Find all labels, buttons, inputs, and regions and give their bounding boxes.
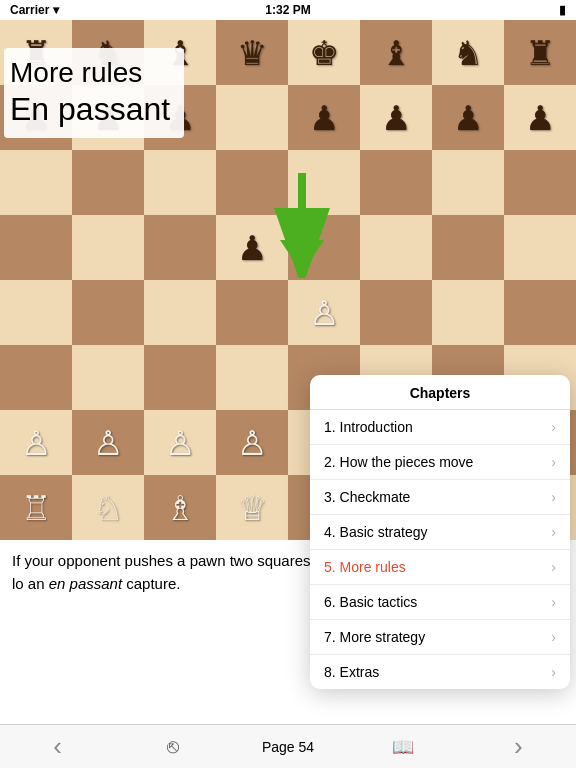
cell-2-0: [0, 150, 72, 215]
cell-4-1: [72, 280, 144, 345]
chapter-chevron-1: ›: [551, 419, 556, 435]
piece-0-6: ♞: [453, 33, 483, 73]
piece-4-4: ♙: [309, 293, 339, 333]
chapter-item-4[interactable]: 4. Basic strategy›: [310, 515, 570, 550]
status-right: ▮: [559, 3, 566, 17]
chapters-popup: Chapters 1. Introduction›2. How the piec…: [310, 375, 570, 689]
piece-7-2: ♗: [165, 488, 195, 528]
piece-0-4: ♚: [309, 33, 339, 73]
chapter-label-5: 5. More rules: [324, 559, 406, 575]
chapter-label-7: 7. More strategy: [324, 629, 425, 645]
cell-0-3: ♛: [216, 20, 288, 85]
bottom-nav: ‹ ⎋ Page 54 📖 ›: [0, 724, 576, 768]
cell-1-7: ♟: [504, 85, 576, 150]
cell-5-3: [216, 345, 288, 410]
prev-icon: ‹: [53, 731, 62, 762]
prev-button[interactable]: ‹: [0, 725, 115, 768]
cell-3-1: [72, 215, 144, 280]
cell-7-3: ♕: [216, 475, 288, 540]
cell-7-0: ♖: [0, 475, 72, 540]
chapter-chevron-4: ›: [551, 524, 556, 540]
next-button[interactable]: ›: [461, 725, 576, 768]
carrier-label: Carrier: [10, 3, 49, 17]
cell-6-0: ♙: [0, 410, 72, 475]
cell-2-7: [504, 150, 576, 215]
cell-6-2: ♙: [144, 410, 216, 475]
cell-5-1: [72, 345, 144, 410]
bookmark-icon: ⎋: [167, 735, 179, 758]
cell-6-3: ♙: [216, 410, 288, 475]
piece-0-5: ♝: [381, 33, 411, 73]
piece-0-3: ♛: [237, 33, 267, 73]
piece-6-0: ♙: [21, 423, 51, 463]
chapter-label-6: 6. Basic tactics: [324, 594, 417, 610]
next-icon: ›: [514, 731, 523, 762]
chapter-chevron-3: ›: [551, 489, 556, 505]
cell-0-4: ♚: [288, 20, 360, 85]
chapter-item-6[interactable]: 6. Basic tactics›: [310, 585, 570, 620]
toc-icon: 📖: [392, 736, 414, 758]
battery-icon: ▮: [559, 3, 566, 17]
chapter-chevron-8: ›: [551, 664, 556, 680]
overlay-subtitle: En passant: [10, 90, 170, 128]
cell-7-2: ♗: [144, 475, 216, 540]
chapter-chevron-5: ›: [551, 559, 556, 575]
cell-3-7: [504, 215, 576, 280]
cell-3-2: [144, 215, 216, 280]
toc-button[interactable]: 📖: [346, 725, 461, 768]
chapter-label-4: 4. Basic strategy: [324, 524, 428, 540]
chapter-chevron-2: ›: [551, 454, 556, 470]
piece-1-6: ♟: [453, 98, 483, 138]
chapter-item-8[interactable]: 8. Extras›: [310, 655, 570, 689]
cell-1-3: [216, 85, 288, 150]
chapter-item-1[interactable]: 1. Introduction›: [310, 410, 570, 445]
cell-2-2: [144, 150, 216, 215]
chapter-label-2: 2. How the pieces move: [324, 454, 473, 470]
cell-4-7: [504, 280, 576, 345]
wifi-icon: ▾: [53, 3, 59, 17]
page-label: Page 54: [230, 739, 345, 755]
chapter-label-1: 1. Introduction: [324, 419, 413, 435]
cell-4-0: [0, 280, 72, 345]
cell-0-7: ♜: [504, 20, 576, 85]
cell-4-3: [216, 280, 288, 345]
status-bar: Carrier ▾ 1:32 PM ▮: [0, 0, 576, 20]
cell-3-0: [0, 215, 72, 280]
piece-7-0: ♖: [21, 488, 51, 528]
piece-3-3: ♟: [237, 228, 267, 268]
status-time: 1:32 PM: [265, 3, 310, 17]
cell-1-5: ♟: [360, 85, 432, 150]
cell-4-4: ♙: [288, 280, 360, 345]
cell-1-4: ♟: [288, 85, 360, 150]
status-left: Carrier ▾: [10, 3, 59, 17]
chapter-item-2[interactable]: 2. How the pieces move›: [310, 445, 570, 480]
svg-marker-2: [280, 240, 324, 273]
chapter-item-3[interactable]: 3. Checkmate›: [310, 480, 570, 515]
piece-7-3: ♕: [237, 488, 267, 528]
green-arrow: [272, 168, 332, 278]
chapter-chevron-6: ›: [551, 594, 556, 610]
cell-5-0: [0, 345, 72, 410]
piece-0-7: ♜: [525, 33, 555, 73]
piece-6-1: ♙: [93, 423, 123, 463]
chapter-item-7[interactable]: 7. More strategy›: [310, 620, 570, 655]
piece-6-3: ♙: [237, 423, 267, 463]
bookmark-button[interactable]: ⎋: [115, 725, 230, 768]
cell-2-1: [72, 150, 144, 215]
cell-2-5: [360, 150, 432, 215]
cell-4-2: [144, 280, 216, 345]
chapter-chevron-7: ›: [551, 629, 556, 645]
chapters-header: Chapters: [310, 375, 570, 410]
chapter-item-5[interactable]: 5. More rules›: [310, 550, 570, 585]
chapter-label-3: 3. Checkmate: [324, 489, 410, 505]
piece-6-2: ♙: [165, 423, 195, 463]
piece-1-5: ♟: [381, 98, 411, 138]
cell-4-5: [360, 280, 432, 345]
cell-5-2: [144, 345, 216, 410]
cell-3-5: [360, 215, 432, 280]
chapters-list: 1. Introduction›2. How the pieces move›3…: [310, 410, 570, 689]
chapter-label-8: 8. Extras: [324, 664, 379, 680]
cell-2-6: [432, 150, 504, 215]
cell-3-6: [432, 215, 504, 280]
cell-6-1: ♙: [72, 410, 144, 475]
